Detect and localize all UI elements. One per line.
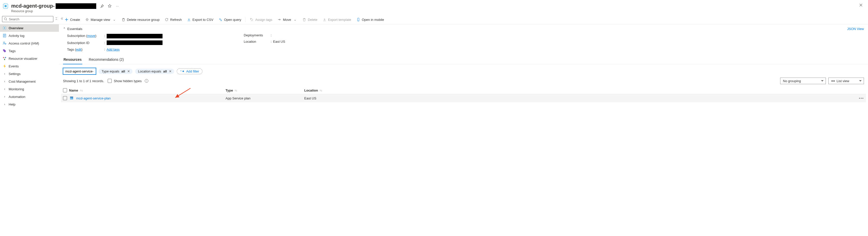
records-summary-row: Showing 1 to 1 of 1 records. Show hidden… (59, 77, 868, 87)
deployments-label: Deployments (244, 33, 269, 37)
toolbar-label: Delete (308, 18, 317, 22)
sort-icon[interactable]: ↑↓ (235, 89, 237, 92)
resource-location: East US (304, 96, 864, 100)
create-button[interactable]: Create (62, 17, 82, 23)
col-type[interactable]: Type (225, 88, 233, 92)
col-location[interactable]: Location (304, 88, 318, 92)
trash-icon (121, 18, 125, 22)
toolbar: Create Manage view⌄ Delete resource grou… (59, 15, 868, 24)
sidebar-search[interactable] (2, 16, 53, 22)
open-mobile-button[interactable]: Open in mobile (354, 17, 386, 23)
essentials-colon: : (271, 33, 272, 37)
tab-recommendations[interactable]: Recommendations (2) (88, 56, 124, 64)
assign-tags-button: Assign tags (248, 17, 274, 23)
nav-iam[interactable]: Access control (IAM) (0, 40, 59, 47)
resource-name-link[interactable]: mcd-agent-service-plan (76, 96, 111, 100)
nav-visualizer[interactable]: Resource visualizer (0, 55, 59, 62)
row-checkbox[interactable] (63, 96, 67, 100)
page-header: mcd-agent-group- ··· Resource group (0, 0, 868, 15)
subscription-label: Subscription (move) (67, 34, 102, 37)
download-icon (322, 18, 327, 22)
export-csv-button[interactable]: Export to CSV (185, 17, 215, 23)
nav-label: Monitoring (9, 87, 24, 91)
add-filter-icon: ⁺✦ (180, 70, 185, 73)
nav-tags[interactable]: Tags (0, 47, 59, 55)
subscription-id-redacted (107, 41, 162, 45)
star-icon[interactable] (107, 4, 112, 8)
location-label: Location (244, 40, 269, 44)
move-button[interactable]: Move⌄ (275, 17, 299, 23)
refresh-button[interactable]: Refresh (162, 17, 184, 23)
row-more-icon[interactable]: ••• (859, 96, 864, 100)
nav-monitoring[interactable]: › Monitoring (0, 85, 59, 93)
nav-label: Settings (9, 72, 21, 76)
toolbar-separator (245, 17, 246, 22)
sort-icon[interactable]: ↑↓ (80, 89, 83, 92)
nav-activity-log[interactable]: Activity log (0, 32, 59, 40)
essentials-colon: : (104, 41, 105, 45)
plus-icon (64, 18, 68, 22)
resource-type: App Service plan (225, 96, 304, 100)
remove-filter-icon[interactable]: ✕ (127, 70, 130, 73)
show-hidden-checkbox[interactable]: Show hidden types i (108, 79, 148, 83)
nav-events[interactable]: Events (0, 62, 59, 70)
toolbar-label: Open query (224, 18, 241, 22)
toolbar-label: Export to CSV (192, 18, 213, 22)
log-icon (3, 33, 7, 37)
visualizer-icon (3, 56, 7, 60)
toolbar-label: Delete resource group (127, 18, 160, 22)
chevron-down-icon: ⌄ (112, 18, 116, 21)
nav-label: Overview (9, 26, 23, 30)
col-name[interactable]: Name (69, 88, 78, 92)
tag-icon (250, 18, 254, 22)
filter-pill-location[interactable]: Location equals all✕ (135, 69, 175, 74)
info-icon[interactable]: i (145, 79, 148, 83)
page-subtitle: Resource group (11, 9, 120, 13)
toolbar-label: Refresh (170, 18, 182, 22)
expand-icon[interactable] (55, 17, 58, 21)
nav-label: Resource visualizer (9, 57, 37, 60)
essentials-toggle[interactable]: ⌃ Essentials JSON View (63, 26, 864, 32)
toolbar-label: Move (283, 18, 291, 22)
view-dropdown[interactable]: ≡≡List view (828, 78, 864, 84)
sidebar-nav: Overview Activity log Access control (IA… (0, 24, 59, 108)
pin-icon[interactable] (100, 4, 104, 8)
tabs: Resources Recommendations (2) (59, 54, 868, 64)
refresh-icon (164, 18, 168, 22)
title-redacted (56, 3, 96, 9)
json-view-link[interactable]: JSON View (847, 27, 864, 31)
svg-point-7 (5, 43, 6, 44)
grouping-dropdown[interactable]: No grouping (780, 78, 826, 84)
remove-filter-icon[interactable]: ✕ (169, 70, 172, 73)
toolbar-label: Export template (328, 18, 351, 22)
page-title: mcd-agent-group- (11, 3, 55, 9)
tags-edit-link[interactable]: edit (76, 48, 81, 51)
more-icon[interactable]: ··· (115, 4, 120, 8)
svg-rect-4 (4, 27, 5, 28)
svg-point-13 (219, 19, 220, 20)
tab-resources[interactable]: Resources (63, 56, 82, 64)
nav-overview[interactable]: Overview (0, 24, 59, 32)
subscription-move-link[interactable]: move (87, 34, 95, 37)
select-all-checkbox[interactable] (63, 88, 67, 92)
nav-settings[interactable]: › Settings (0, 70, 59, 78)
table-row[interactable]: mcd-agent-service-plan App Service plan … (61, 94, 866, 102)
nav-label: Tags (9, 49, 16, 53)
open-query-button[interactable]: Open query (216, 17, 243, 23)
svg-rect-20 (71, 98, 71, 99)
toolbar-label: Open in mobile (362, 18, 384, 22)
add-filter-button[interactable]: ⁺✦Add filter (177, 69, 203, 74)
add-tags-link[interactable]: Add tags (107, 48, 120, 51)
filter-pill-type[interactable]: Type equals all✕ (98, 69, 132, 74)
close-icon[interactable] (859, 3, 864, 8)
iam-icon (3, 41, 7, 45)
sidebar-search-input[interactable] (9, 17, 52, 21)
delete-rg-button[interactable]: Delete resource group (119, 17, 162, 23)
resource-filter-input[interactable] (63, 68, 96, 75)
sort-icon[interactable]: ↑↓ (319, 89, 322, 92)
svg-point-15 (251, 19, 251, 19)
nav-help[interactable]: › Help (0, 101, 59, 108)
nav-automation[interactable]: › Automation (0, 93, 59, 101)
nav-cost[interactable]: › Cost Management (0, 78, 59, 85)
manage-view-button[interactable]: Manage view⌄ (83, 17, 118, 23)
